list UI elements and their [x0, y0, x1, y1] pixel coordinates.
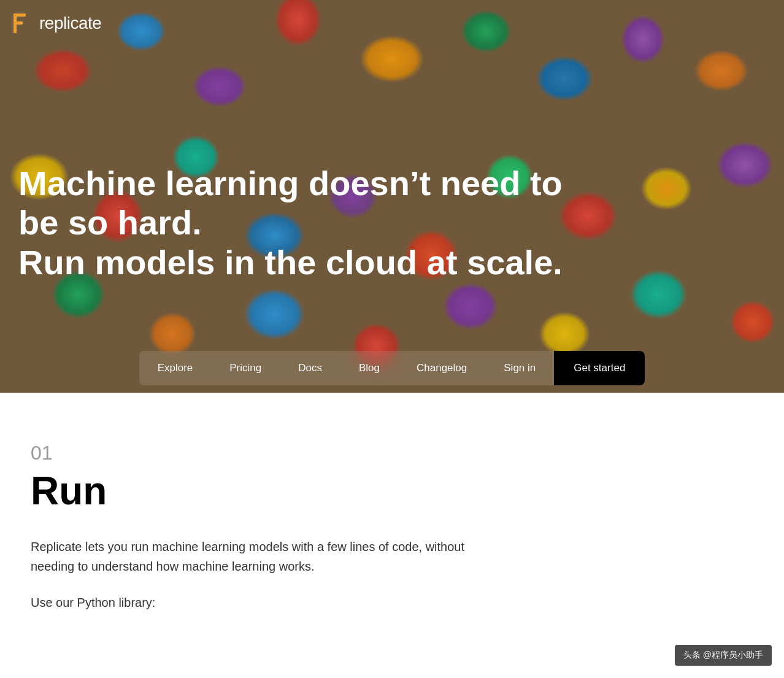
nav-item-docs[interactable]: Docs [280, 351, 340, 385]
nav-item-signin[interactable]: Sign in [485, 351, 554, 385]
get-started-button[interactable]: Get started [554, 351, 645, 385]
nav-inner: Explore Pricing Docs Blog Changelog Sign… [139, 351, 645, 385]
section-01-title: Run [31, 469, 753, 512]
section-01-number: 01 [31, 442, 753, 464]
nav-item-explore[interactable]: Explore [139, 351, 212, 385]
svg-rect-1 [13, 13, 26, 17]
section-01-sub: Use our Python library: [31, 596, 753, 610]
svg-rect-2 [13, 21, 23, 25]
replicate-logo-icon [12, 12, 34, 34]
hero-title: Machine learning doesn’t need to be so h… [18, 164, 571, 282]
nav-item-blog[interactable]: Blog [340, 351, 398, 385]
hero-text-container: Machine learning doesn’t need to be so h… [0, 164, 784, 282]
main-content: 01 Run Replicate lets you run machine le… [0, 393, 784, 647]
logo[interactable]: replicate [12, 12, 101, 34]
logo-text: replicate [39, 13, 101, 33]
hero-section: replicate Machine learning doesn’t need … [0, 0, 784, 393]
section-01-description: Replicate lets you run machine learning … [31, 537, 472, 576]
navigation-bar: Explore Pricing Docs Blog Changelog Sign… [0, 344, 784, 393]
nav-item-changelog[interactable]: Changelog [398, 351, 485, 385]
hero-title-line2: Run models in the cloud at scale. [18, 243, 563, 282]
hero-title-line1: Machine learning doesn’t need to be so h… [18, 164, 563, 242]
nav-item-pricing[interactable]: Pricing [211, 351, 280, 385]
watermark: 头条 @程序员小助手 [675, 645, 772, 647]
